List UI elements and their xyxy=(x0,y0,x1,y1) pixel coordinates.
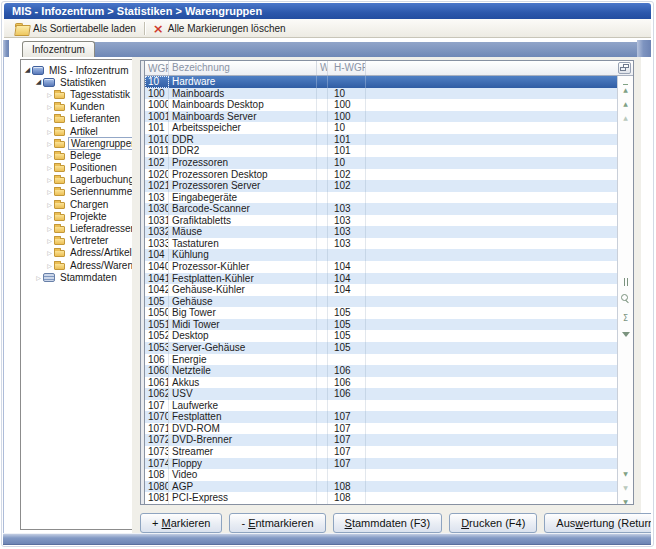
grid-row-1050[interactable]: 1050Big Tower105 xyxy=(145,307,633,319)
tree-item-adress-warengruppen[interactable]: ▷Adress/Warengruppen xyxy=(21,259,132,271)
grid-row-1041[interactable]: 1041Festplatten-Kühler104 xyxy=(145,273,633,285)
tree-item-lieferadressen[interactable]: ▷Lieferadressen xyxy=(21,222,132,234)
tree-item-tagesstatistik[interactable]: ▷Tagesstatistik xyxy=(21,88,132,100)
grid-row-1033[interactable]: 1033Tastaturen103 xyxy=(145,238,633,250)
tab-infozentrum[interactable]: Infozentrum xyxy=(22,41,95,57)
grid-row-102[interactable]: 102Prozessoren10 xyxy=(145,157,633,169)
grid-row-1051[interactable]: 1051Midi Tower105 xyxy=(145,319,633,331)
expand-arrow-icon[interactable]: ▷ xyxy=(45,139,54,148)
grid-row-1080[interactable]: 1080AGP108 xyxy=(145,481,633,493)
grid-row-108[interactable]: 108Video xyxy=(145,469,633,481)
tree-item-lagerbuchungen[interactable]: ▷Lagerbuchungen xyxy=(21,174,132,186)
tree-item-artikel[interactable]: ▷Artikel xyxy=(21,125,132,137)
button-drucken-f4[interactable]: Drucken (F4) xyxy=(449,513,537,533)
grid-row-1010[interactable]: 1010DDR101 xyxy=(145,134,633,146)
grid-row-100[interactable]: 100Mainboards10 xyxy=(145,88,633,100)
split-view-button[interactable] xyxy=(618,272,633,284)
grid-row-1053[interactable]: 1053Server-Gehäuse105 xyxy=(145,342,633,354)
tree-item-mis-infozentrum[interactable]: ◢MIS - Infozentrum xyxy=(21,64,132,76)
grid-row-1001[interactable]: 1001Mainboards Server100 xyxy=(145,111,633,123)
scroll-down-button[interactable]: ▼ xyxy=(618,462,633,474)
scroll-up-button[interactable]: ▲ xyxy=(618,92,633,104)
search-button[interactable] xyxy=(618,289,633,301)
button-entmarkieren[interactable]: - Entmarkieren xyxy=(229,513,325,533)
grid-row-1074[interactable]: 1074Floppy107 xyxy=(145,458,633,470)
grid-row-107[interactable]: 107Laufwerke xyxy=(145,400,633,412)
grid-row-1060[interactable]: 1060Netzteile106 xyxy=(145,365,633,377)
grid-row-1070[interactable]: 1070Festplatten107 xyxy=(145,411,633,423)
grid-row-106[interactable]: 106Energie xyxy=(145,354,633,366)
expand-arrow-icon[interactable]: ▷ xyxy=(45,90,54,99)
column-header-w[interactable]: W xyxy=(317,61,328,75)
button-auswertung-return[interactable]: Auswertung (Return) xyxy=(544,513,651,533)
grid-row-104[interactable]: 104Kühlung xyxy=(145,249,633,261)
button-stammdaten-f3[interactable]: Stammdaten (F3) xyxy=(333,513,443,533)
expand-arrow-icon[interactable]: ▷ xyxy=(45,248,54,257)
tree-item-lieferanten[interactable]: ▷Lieferanten xyxy=(21,113,132,125)
tree-item-positionen[interactable]: ▷Positionen xyxy=(21,162,132,174)
column-header-h-wgr[interactable]: H-WGR xyxy=(328,61,366,75)
grid-row-1011[interactable]: 1011DDR2101 xyxy=(145,145,633,157)
expand-arrow-icon[interactable]: ▷ xyxy=(45,127,54,136)
grid-row-1032[interactable]: 1032Mäuse103 xyxy=(145,226,633,238)
sum-button[interactable]: Σ xyxy=(618,307,633,319)
grid-row-101[interactable]: 101Arbeitsspeicher10 xyxy=(145,122,633,134)
grid-row-1072[interactable]: 1072DVD-Brenner107 xyxy=(145,434,633,446)
grid-row-1040[interactable]: 1040Prozessor-Kühler104 xyxy=(145,261,633,273)
tree-item-vertreter[interactable]: ▷Vertreter xyxy=(21,235,132,247)
grid-row-105[interactable]: 105Gehäuse xyxy=(145,296,633,308)
cell-filler xyxy=(366,446,633,458)
expand-arrow-icon[interactable]: ▷ xyxy=(45,224,54,233)
expand-arrow-icon[interactable]: ▷ xyxy=(45,200,54,209)
expand-arrow-icon[interactable]: ▷ xyxy=(45,114,54,123)
grid-row-103[interactable]: 103Eingabegeräte xyxy=(145,192,633,204)
clear-marks-button[interactable]: × Alle Markierungen löschen xyxy=(148,20,291,37)
button-markieren[interactable]: + Markieren xyxy=(140,513,222,533)
tree-item-warengruppen[interactable]: ▷Warengruppen xyxy=(21,137,132,149)
tree-item-chargen[interactable]: ▷Chargen xyxy=(21,198,132,210)
grid-row-1020[interactable]: 1020Prozessoren Desktop102 xyxy=(145,169,633,181)
expand-arrow-icon[interactable]: ▷ xyxy=(45,163,54,172)
expand-arrow-icon[interactable]: ▷ xyxy=(34,273,43,282)
collapse-arrow-icon[interactable]: ◢ xyxy=(23,66,32,75)
tree-item-belege[interactable]: ▷Belege xyxy=(21,149,132,161)
grid-row-1061[interactable]: 1061Akkus106 xyxy=(145,377,633,389)
tree-item-kunden[interactable]: ▷Kunden xyxy=(21,101,132,113)
grid-row-1030[interactable]: 1030Barcode-Scanner103 xyxy=(145,203,633,215)
column-chooser-button[interactable] xyxy=(618,62,631,74)
expand-arrow-icon[interactable]: ▷ xyxy=(45,102,54,111)
grid-row-1000[interactable]: 1000Mainboards Desktop100 xyxy=(145,99,633,111)
grid-row-10[interactable]: 10Hardware xyxy=(145,76,633,88)
grid-row-1071[interactable]: 1071DVD-ROM107 xyxy=(145,423,633,435)
tree-item-statistiken[interactable]: ◢Statistiken xyxy=(21,76,132,88)
grid-row-1081[interactable]: 1081PCI-Express108 xyxy=(145,492,633,504)
grid-row-1042[interactable]: 1042Gehäuse-Kühler104 xyxy=(145,284,633,296)
grid-row-1021[interactable]: 1021Prozessoren Server102 xyxy=(145,180,633,192)
load-sort-table-button[interactable]: Als Sortiertabelle laden xyxy=(10,20,141,37)
collapse-arrow-icon[interactable]: ◢ xyxy=(34,78,43,87)
column-header-wgr[interactable]: WGR▼ xyxy=(145,61,169,75)
grid-row-1062[interactable]: 1062USV106 xyxy=(145,388,633,400)
expand-arrow-icon[interactable]: ▷ xyxy=(45,187,54,196)
cell-bezeichnung: Tastaturen xyxy=(169,238,317,250)
column-header-filler xyxy=(366,61,633,75)
scroll-to-top-button[interactable]: ▲ xyxy=(618,78,633,90)
filter-button[interactable] xyxy=(618,323,633,335)
expand-arrow-icon[interactable]: ▷ xyxy=(45,212,54,221)
expand-arrow-icon[interactable]: ▷ xyxy=(45,236,54,245)
tree-item-projekte[interactable]: ▷Projekte xyxy=(21,210,132,222)
tree-item-stammdaten[interactable]: ▷Stammdaten xyxy=(21,271,132,283)
expand-arrow-icon[interactable]: ▷ xyxy=(45,261,54,270)
expand-arrow-icon[interactable]: ▷ xyxy=(45,151,54,160)
column-header-bezeichnung[interactable]: Bezeichnung xyxy=(169,61,317,75)
expand-arrow-icon[interactable]: ▷ xyxy=(45,175,54,184)
window-titlebar[interactable]: MIS - Infozentrum > Statistiken > Wareng… xyxy=(4,3,651,19)
tree-item-adress-artikel[interactable]: ▷Adress/Artikel xyxy=(21,247,132,259)
page-down-button[interactable]: ▼ xyxy=(618,476,633,488)
scroll-to-bottom-button[interactable]: ▼ xyxy=(618,490,633,502)
tree-item-seriennummern[interactable]: ▷Seriennummern xyxy=(21,186,132,198)
grid-row-1073[interactable]: 1073Streamer107 xyxy=(145,446,633,458)
page-up-button[interactable]: ▲ xyxy=(618,106,633,118)
grid-row-1052[interactable]: 1052Desktop105 xyxy=(145,330,633,342)
grid-row-1031[interactable]: 1031Grafiktabletts103 xyxy=(145,215,633,227)
